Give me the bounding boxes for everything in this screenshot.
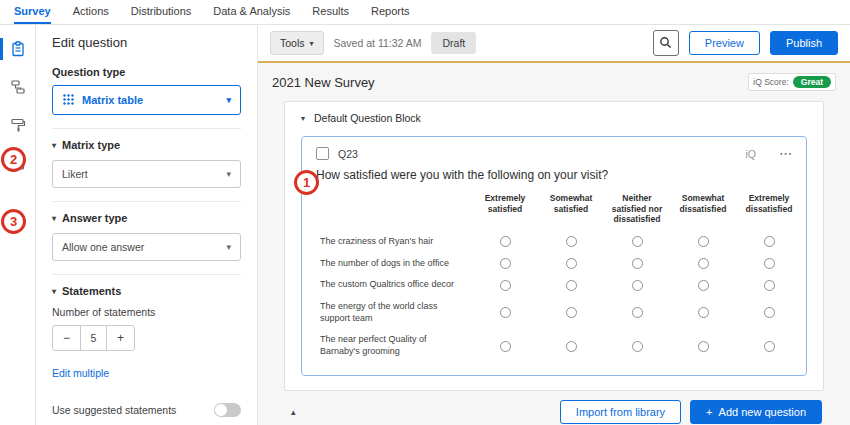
radio-button[interactable] bbox=[566, 236, 577, 247]
radio-button[interactable] bbox=[566, 258, 577, 269]
annotation-circle-3: 3 bbox=[1, 209, 26, 234]
matrix-cell bbox=[604, 231, 670, 253]
chevron-down-icon: ▾ bbox=[301, 114, 305, 123]
radio-button[interactable] bbox=[764, 341, 775, 352]
number-of-statements-label: Number of statements bbox=[52, 306, 241, 318]
publish-button[interactable]: Publish bbox=[770, 31, 838, 55]
tab-reports[interactable]: Reports bbox=[371, 0, 410, 24]
add-new-question-button[interactable]: + Add new question bbox=[690, 400, 822, 424]
panel-title: Edit question bbox=[52, 35, 241, 50]
question-id: Q23 bbox=[338, 148, 358, 160]
survey-builder-icon[interactable] bbox=[0, 33, 36, 65]
radio-button[interactable] bbox=[632, 236, 643, 247]
matrix-cell bbox=[670, 296, 736, 329]
matrix-cell bbox=[472, 231, 538, 253]
radio-button[interactable] bbox=[500, 307, 511, 318]
increment-button[interactable]: + bbox=[107, 326, 134, 350]
matrix-type-label: Matrix type bbox=[62, 139, 120, 151]
matrix-row-label: The custom Qualtrics office decor bbox=[320, 274, 472, 296]
radio-button[interactable] bbox=[698, 280, 709, 291]
answer-type-label: Answer type bbox=[62, 212, 127, 224]
radio-button[interactable] bbox=[764, 280, 775, 291]
survey-canvas: ▾ Default Question Block Q23 iQ ⋯ How sa… bbox=[258, 99, 850, 425]
matrix-type-value: Likert bbox=[62, 168, 88, 180]
question-text[interactable]: How satisfied were you with the followin… bbox=[316, 168, 792, 182]
collapse-block-icon[interactable]: ▴ bbox=[286, 407, 296, 417]
divider bbox=[52, 274, 241, 275]
radio-button[interactable] bbox=[632, 258, 643, 269]
decrement-button[interactable]: − bbox=[53, 326, 80, 350]
tools-label: Tools bbox=[280, 37, 305, 49]
tab-distributions[interactable]: Distributions bbox=[131, 0, 192, 24]
statements-stepper: − 5 + bbox=[52, 325, 135, 351]
preview-button[interactable]: Preview bbox=[689, 31, 760, 55]
radio-button[interactable] bbox=[764, 236, 775, 247]
matrix-cell bbox=[472, 329, 538, 362]
radio-button[interactable] bbox=[566, 307, 577, 318]
question-type-dropdown[interactable]: Matrix table ▾ bbox=[52, 85, 241, 115]
iq-score-chip[interactable]: iQ Score: Great bbox=[748, 73, 836, 91]
chevron-down-icon: ▾ bbox=[52, 141, 56, 150]
radio-button[interactable] bbox=[500, 341, 511, 352]
matrix-cell bbox=[604, 296, 670, 329]
radio-button[interactable] bbox=[632, 341, 643, 352]
tab-results[interactable]: Results bbox=[312, 0, 349, 24]
block-header[interactable]: ▾ Default Question Block bbox=[285, 102, 823, 134]
matrix-type-dropdown[interactable]: Likert ▾ bbox=[52, 160, 241, 188]
radio-button[interactable] bbox=[764, 307, 775, 318]
matrix-cell bbox=[538, 253, 604, 275]
matrix-column-header: Somewhat dissatisfied bbox=[670, 188, 736, 231]
matrix-cell bbox=[670, 231, 736, 253]
matrix-cell bbox=[472, 274, 538, 296]
search-button[interactable] bbox=[653, 30, 679, 56]
iq-label[interactable]: iQ bbox=[746, 148, 757, 160]
tab-data-analysis[interactable]: Data & Analysis bbox=[213, 0, 290, 24]
block-footer: ▴ Import from library + Add new question bbox=[284, 391, 824, 425]
radio-button[interactable] bbox=[500, 280, 511, 291]
question-card[interactable]: Q23 iQ ⋯ How satisfied were you with the… bbox=[301, 136, 807, 376]
radio-button[interactable] bbox=[698, 258, 709, 269]
radio-button[interactable] bbox=[632, 280, 643, 291]
question-checkbox[interactable] bbox=[316, 147, 329, 160]
tools-button[interactable]: Tools ▾ bbox=[270, 31, 324, 55]
answer-type-dropdown[interactable]: Allow one answer ▾ bbox=[52, 233, 241, 261]
statements-section[interactable]: ▾ Statements bbox=[52, 285, 241, 297]
matrix-cell bbox=[736, 296, 802, 329]
radio-button[interactable] bbox=[632, 307, 643, 318]
radio-button[interactable] bbox=[698, 341, 709, 352]
matrix-cell bbox=[538, 329, 604, 362]
question-block: ▾ Default Question Block Q23 iQ ⋯ How sa… bbox=[284, 101, 824, 391]
matrix-column-header: Extremely satisfied bbox=[472, 188, 538, 231]
matrix-column-header: Neither satisfied nor dissatisfied bbox=[604, 188, 670, 231]
edit-multiple-link[interactable]: Edit multiple bbox=[52, 367, 109, 379]
radio-button[interactable] bbox=[500, 258, 511, 269]
answer-type-section[interactable]: ▾ Answer type bbox=[52, 212, 241, 224]
tab-survey[interactable]: Survey bbox=[14, 0, 51, 24]
matrix-table: Extremely satisfied Somewhat satisfied N… bbox=[320, 188, 792, 363]
matrix-cell bbox=[736, 329, 802, 362]
survey-flow-icon[interactable] bbox=[0, 71, 36, 103]
chevron-down-icon: ▾ bbox=[310, 39, 314, 48]
tab-actions[interactable]: Actions bbox=[73, 0, 109, 24]
radio-button[interactable] bbox=[566, 341, 577, 352]
suggested-statements-toggle[interactable] bbox=[214, 403, 241, 417]
matrix-cell bbox=[604, 274, 670, 296]
look-and-feel-icon[interactable] bbox=[0, 109, 36, 141]
radio-button[interactable] bbox=[698, 236, 709, 247]
question-menu-icon[interactable]: ⋯ bbox=[779, 146, 792, 161]
matrix-cell bbox=[538, 296, 604, 329]
radio-button[interactable] bbox=[698, 307, 709, 318]
iq-score-label: iQ Score: bbox=[753, 77, 788, 87]
radio-button[interactable] bbox=[764, 258, 775, 269]
iq-score-badge: Great bbox=[793, 76, 831, 88]
radio-button[interactable] bbox=[500, 236, 511, 247]
suggested-statements-row: Use suggested statements bbox=[52, 403, 241, 417]
editor-toolbar: Tools ▾ Saved at 11:32 AM Draft Preview … bbox=[258, 25, 850, 63]
radio-button[interactable] bbox=[566, 280, 577, 291]
import-from-library-button[interactable]: Import from library bbox=[560, 400, 681, 424]
plus-icon: + bbox=[706, 406, 712, 418]
matrix-type-section[interactable]: ▾ Matrix type bbox=[52, 139, 241, 151]
block-title: Default Question Block bbox=[314, 112, 421, 124]
draft-badge: Draft bbox=[431, 32, 476, 54]
matrix-row-label: The near perfect Quality of Barnaby's gr… bbox=[320, 329, 472, 362]
